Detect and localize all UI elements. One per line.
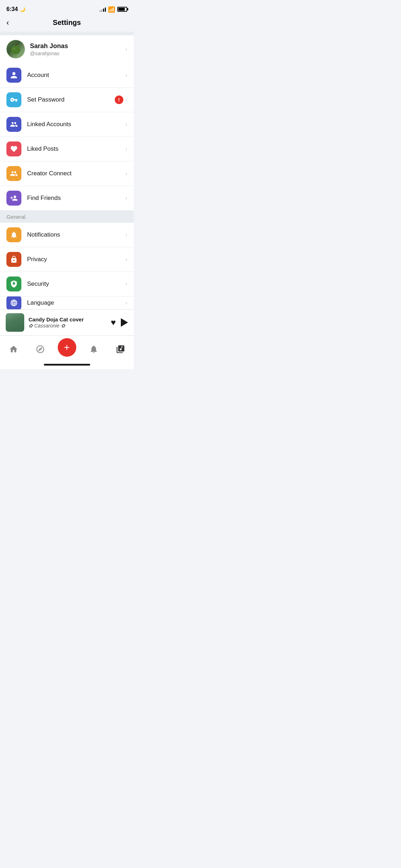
svg-point-1 [11,46,20,54]
general-section-header: General [0,210,134,223]
account-item[interactable]: Account › [0,63,134,88]
battery-icon [117,7,127,12]
chevron-icon: › [125,300,127,306]
privacy-label: Privacy [27,256,125,263]
notifications-item[interactable]: Notifications › [0,223,134,247]
chevron-icon: › [125,195,127,201]
bell-icon [10,231,18,239]
language-icon-box [6,296,21,309]
creator-connect-item[interactable]: Creator Connect › [0,161,134,186]
set-password-item[interactable]: Set Password ! › [0,88,134,112]
bottom-nav: + [0,335,134,361]
moon-icon: 🌙 [20,7,25,12]
notifications-label: Notifications [27,231,125,238]
section-divider-top [0,32,134,35]
key-icon [10,96,18,104]
now-playing-title: Candy Doja Cat cover [29,316,107,322]
chevron-icon: › [125,170,127,177]
shield-icon [10,280,18,288]
set-password-icon-box [6,92,21,107]
profile-section: Sarah Jonas @sarahjonas › [0,35,134,63]
nav-notifications[interactable] [80,345,107,354]
set-password-label: Set Password [27,96,115,103]
svg-point-2 [12,48,15,50]
now-playing-info: Candy Doja Cat cover ✿ Cassaronie ✿ [29,316,107,329]
chevron-icon: › [125,46,127,52]
avatar-image [9,42,23,56]
privacy-icon-box [6,252,21,267]
find-friends-item[interactable]: Find Friends › [0,186,134,210]
alert-badge: ! [115,95,123,104]
profile-name: Sarah Jonas [30,42,125,50]
signal-icon [99,7,106,12]
privacy-item[interactable]: Privacy › [0,247,134,272]
home-indicator [0,361,134,369]
chevron-icon: › [125,72,127,78]
language-label: Language [27,299,125,306]
chevron-icon: › [125,281,127,287]
security-item[interactable]: Security › [0,272,134,296]
liked-posts-item[interactable]: Liked Posts › [0,137,134,161]
lock-icon [10,255,18,263]
nav-create[interactable]: + [53,342,80,357]
now-playing-artist: ✿ Cassaronie ✿ [29,323,107,329]
now-playing-bar: Candy Doja Cat cover ✿ Cassaronie ✿ ♥ [0,309,134,335]
notifications-icon-box [6,227,21,242]
creator-connect-label: Creator Connect [27,170,125,177]
status-time: 6:34 [6,6,18,12]
avatar [6,40,25,58]
chevron-icon: › [125,146,127,152]
like-button[interactable]: ♥ [111,317,116,327]
profile-info: Sarah Jonas @sarahjonas [30,42,125,56]
now-playing-thumbnail [6,313,24,332]
find-friends-label: Find Friends [27,195,125,202]
profile-item[interactable]: Sarah Jonas @sarahjonas › [0,35,134,63]
chevron-icon: › [125,232,127,238]
linked-accounts-label: Linked Accounts [27,121,125,128]
settings-group-1: Account › Set Password ! › Linked Accoun… [0,63,134,210]
settings-group-general: Notifications › Privacy › Security › Lan… [0,223,134,309]
linked-icon [10,120,18,128]
header: ‹ Settings [0,16,134,32]
security-icon-box [6,277,21,291]
create-button[interactable]: + [58,338,76,357]
add-person-icon [10,194,18,202]
chevron-icon: › [125,121,127,128]
status-icons: 📶 [99,6,127,13]
linked-accounts-item[interactable]: Linked Accounts › [0,112,134,137]
account-icon-box [6,68,21,83]
person-icon [10,71,18,79]
nav-discover[interactable] [27,345,53,354]
home-icon [9,345,18,354]
back-button[interactable]: ‹ [6,18,9,27]
music-library-icon [116,345,125,354]
liked-posts-icon-box [6,141,21,156]
chevron-icon: › [125,256,127,263]
heart-icon [10,145,18,153]
language-item[interactable]: Language › [0,296,134,309]
compass-icon [36,345,45,354]
nav-library[interactable] [107,345,134,354]
wifi-icon: 📶 [108,6,115,13]
home-indicator-bar [44,364,90,366]
group-icon [10,170,18,177]
linked-accounts-icon-box [6,117,21,132]
nav-bell-icon [89,345,98,354]
profile-handle: @sarahjonas [30,51,125,56]
status-bar: 6:34 🌙 📶 [0,0,134,16]
now-playing-controls: ♥ [111,317,128,327]
find-friends-icon-box [6,191,21,206]
security-label: Security [27,280,125,288]
chevron-icon: › [125,97,127,103]
account-label: Account [27,72,125,79]
nav-home[interactable] [0,345,27,354]
page-title: Settings [53,19,81,27]
globe-icon [10,299,18,307]
liked-posts-label: Liked Posts [27,145,125,153]
creator-connect-icon-box [6,166,21,181]
play-button[interactable] [121,318,128,327]
